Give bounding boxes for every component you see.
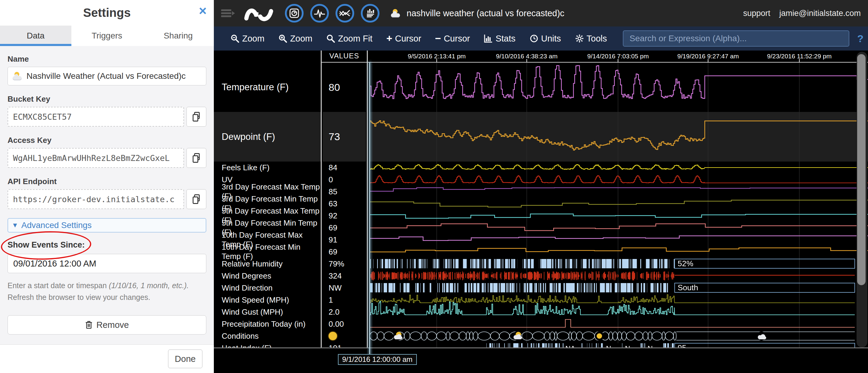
copy-access-key-button[interactable] xyxy=(186,148,206,168)
series-current-value: 0 xyxy=(322,174,366,185)
series-label-row[interactable]: Preceipitation Today (in) xyxy=(214,318,321,330)
partly-cloudy-icon xyxy=(13,72,23,80)
copy-icon xyxy=(192,153,201,163)
chart-bottom-divider xyxy=(214,347,868,348)
copy-bucket-key-button[interactable] xyxy=(186,107,206,127)
series-label-row[interactable]: Wind Speed (MPH) xyxy=(214,294,321,306)
tools-button[interactable]: Tools xyxy=(568,27,614,50)
minus-icon: − xyxy=(435,33,441,44)
series-current-value: 80 xyxy=(322,63,366,112)
waves-view-icon[interactable] xyxy=(310,4,329,23)
cursor-time-label: 9/1/2016 12:00:00 am xyxy=(338,354,417,365)
sun-icon xyxy=(329,332,337,340)
timeline-canvas[interactable] xyxy=(370,63,868,347)
scrollbar-thumb[interactable] xyxy=(857,54,866,285)
api-endpoint-field[interactable]: https://groker-dev.initialstate.c xyxy=(7,189,184,209)
toolbar-button-label: Units xyxy=(541,34,561,44)
tab-sharing[interactable]: Sharing xyxy=(143,26,214,46)
show-events-since-input[interactable] xyxy=(7,254,206,273)
time-axis-tick xyxy=(526,59,527,62)
show-events-since-label: Show Events Since: xyxy=(7,240,85,250)
account-email-link[interactable]: jamie@initialstate.com xyxy=(779,9,861,18)
zoom-in-button[interactable]: Zoom xyxy=(271,27,319,50)
app-header: nashville weather (actual vs forecasted)… xyxy=(214,0,868,27)
advanced-settings-toggle[interactable]: ▼ Advanced Settings xyxy=(7,218,206,233)
toolbar-button-label: Zoom Fit xyxy=(338,34,372,44)
time-axis-tick xyxy=(618,59,618,62)
help-icon[interactable]: ? xyxy=(857,33,864,44)
settings-header: Settings × xyxy=(0,0,214,26)
toolbar-button-label: Stats xyxy=(495,34,515,44)
series-label-row[interactable]: Wind Direction xyxy=(214,282,321,294)
show-events-helper-text: Enter a start date or timespan (1/10/16,… xyxy=(7,280,206,303)
series-current-value: 2.0 xyxy=(322,306,366,318)
settings-panel: Settings × Data Triggers Sharing Name Na… xyxy=(0,0,214,373)
toolbar-button-label: Zoom xyxy=(290,34,312,44)
series-label-row[interactable]: Wind Degrees xyxy=(214,270,321,282)
bar-chart-icon xyxy=(484,34,493,43)
remove-button-label: Remove xyxy=(96,320,129,330)
gear-icon xyxy=(575,34,584,43)
series-current-value: 0.00 xyxy=(322,318,366,330)
time-cursor[interactable] xyxy=(369,62,370,354)
series-label-row[interactable]: Feels Like (F) xyxy=(214,162,321,174)
done-button[interactable]: Done xyxy=(168,349,203,368)
clock-icon xyxy=(529,34,538,43)
initial-state-logo-icon[interactable] xyxy=(243,3,277,23)
zoom-fit-button[interactable]: Zoom Fit xyxy=(319,27,379,50)
lines-view-icon[interactable] xyxy=(336,4,354,23)
remove-button[interactable]: Remove xyxy=(7,315,206,335)
units-button[interactable]: Units xyxy=(523,27,568,50)
menu-icon[interactable] xyxy=(221,8,235,19)
add-cursor-button[interactable]: +Cursor xyxy=(379,27,428,50)
histogram-view-icon[interactable] xyxy=(361,4,379,23)
series-label-row[interactable]: Temperature (F) xyxy=(214,63,321,112)
bucket-key-field[interactable]: ECMXC85CET57 xyxy=(7,107,184,127)
access-key-field[interactable]: WgAHL1yeBmArwUHhRezL8eBmZ2wcGxeL xyxy=(7,148,184,168)
bucket-name-input[interactable]: Nashville Weather (Actual vs Forecasted)… xyxy=(7,67,206,86)
series-current-value xyxy=(322,330,366,342)
copy-icon xyxy=(192,112,201,122)
zoom-out-button[interactable]: Zoom xyxy=(223,27,271,50)
series-current-value: 69 xyxy=(322,246,366,258)
tab-triggers[interactable]: Triggers xyxy=(71,26,143,46)
zoom-fit-icon xyxy=(326,34,335,43)
settings-body: Name Nashville Weather (Actual vs Foreca… xyxy=(0,46,214,344)
main-area: nashville weather (actual vs forecasted)… xyxy=(214,0,868,373)
settings-footer: Done xyxy=(0,344,214,373)
remove-cursor-button[interactable]: −Cursor xyxy=(428,27,477,50)
api-endpoint-label: API Endpoint xyxy=(7,177,206,186)
values-column-header: VALUES xyxy=(322,52,367,60)
copy-icon xyxy=(192,194,201,204)
close-icon[interactable]: × xyxy=(199,4,207,18)
partly-cloudy-icon xyxy=(391,9,401,18)
time-axis-tick xyxy=(708,59,708,62)
caret-down-icon: ▼ xyxy=(12,222,19,229)
series-current-value: 73 xyxy=(322,112,366,162)
tiles-view-icon[interactable] xyxy=(285,4,304,23)
series-current-value: 101 xyxy=(322,342,366,347)
stats-button[interactable]: Stats xyxy=(477,27,522,50)
series-current-value: 85 xyxy=(322,185,366,198)
toolbar-button-label: Cursor xyxy=(395,34,421,44)
series-current-value: 63 xyxy=(322,198,366,210)
scrollbar-track[interactable] xyxy=(857,52,867,347)
copy-api-endpoint-button[interactable] xyxy=(186,189,206,209)
trash-icon xyxy=(85,320,93,329)
series-label-row[interactable]: Wind Gust (MPH) xyxy=(214,306,321,318)
series-label-row[interactable]: Heat Index (F) xyxy=(214,342,321,347)
bucket-title-text: nashville weather (actual vs forecasted)… xyxy=(407,8,564,19)
bucket-title: nashville weather (actual vs forecasted)… xyxy=(391,8,564,19)
support-link[interactable]: support xyxy=(743,9,770,18)
search-input[interactable] xyxy=(623,30,849,46)
name-label: Name xyxy=(7,55,206,64)
series-label-row[interactable]: Dewpoint (F) xyxy=(214,112,321,162)
series-label-row[interactable]: 10th Day Forecast Min Temp (F) xyxy=(214,246,321,258)
series-value-column: 807384085639269916979%324NW12.00.00101 xyxy=(322,63,366,347)
zoom-out-icon xyxy=(230,34,240,43)
series-current-value: 1 xyxy=(322,294,366,306)
tab-data[interactable]: Data xyxy=(0,26,71,46)
series-label-row[interactable]: Conditions xyxy=(214,330,321,342)
column-divider xyxy=(321,50,322,347)
plus-icon: + xyxy=(386,33,393,44)
